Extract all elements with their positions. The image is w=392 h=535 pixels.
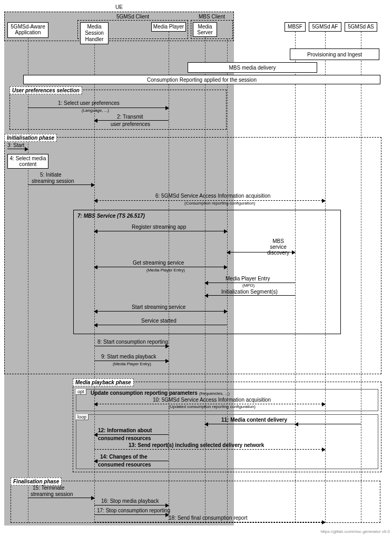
- msg13-label: 13: Send report(s) including selected de…: [129, 442, 264, 448]
- msg9-sub: (Media Player Entry): [113, 362, 151, 366]
- frame-mbs: [73, 210, 341, 334]
- msg11b-line: [295, 424, 361, 424]
- msg-5b: streaming session: [32, 178, 74, 184]
- mpe-label: Media Player Entry: [226, 276, 270, 281]
- loop-tag: loop: [76, 414, 89, 420]
- getss-label: Get streaming service: [133, 260, 184, 266]
- msg16-line: [94, 505, 169, 505]
- init-tag: Initialisation phase: [4, 134, 57, 142]
- ue-label: UE: [4, 4, 234, 10]
- reg-label: Register streaming app: [132, 224, 186, 230]
- mserver-head: Media Server: [193, 22, 217, 37]
- msg-6: 6: 5GMSd Service Access Information acqu…: [155, 193, 270, 199]
- svcstart-line: [94, 325, 227, 325]
- msg-1-sub: (Language, ...): [82, 108, 109, 113]
- msg-2a: 2: Transmit: [117, 114, 143, 120]
- footer: https://gitlab.com/msc-generator v8.0: [320, 529, 390, 534]
- mbs-delivery-bar: MBS media delivery: [188, 62, 317, 73]
- msg17-line: [94, 514, 169, 515]
- reg-line: [94, 231, 227, 231]
- svcstart-label: Service started: [141, 318, 177, 324]
- msg8-label: 8: Start consumption reporting: [97, 339, 168, 345]
- prov-bar: Provisioning and Ingest: [290, 48, 379, 60]
- initseg-label: Initialization Segment(s): [221, 289, 278, 295]
- msg-5a: 5: Initiate: [40, 172, 62, 178]
- msg17-label: 17: Stop consumption reporting: [97, 508, 170, 513]
- msg-3-arrow: [7, 149, 28, 149]
- msg15a: 15: Terminate: [33, 485, 64, 491]
- msg11-label: 11: Media content delivery: [221, 417, 287, 423]
- sequence-diagram: UE 5GMSd Client MBS Client 5GMSd-Aware A…: [0, 0, 392, 535]
- msg-4: 4: Select media content: [7, 154, 48, 169]
- msg13-line: [94, 449, 325, 450]
- mbs-tag: 7: MBS Service (TS 26.517): [77, 213, 145, 219]
- mbs-client-label: MBS Client: [191, 14, 233, 20]
- msg15-line: [28, 498, 94, 498]
- msg14b: consumed resources: [98, 462, 151, 468]
- msg11a-line: [205, 424, 295, 424]
- af-head: 5GMSd AF: [309, 22, 341, 32]
- userpref-tag: User preferences selection: [9, 86, 82, 94]
- msg14-line: [94, 461, 169, 461]
- opt-sub: (frequencies, ...): [199, 391, 230, 396]
- msg8-line: [94, 346, 169, 346]
- mpe-sub: (MPD): [242, 283, 254, 288]
- startss-label: Start streaming service: [132, 304, 185, 310]
- getss-sub: (Media Player Entry): [146, 268, 185, 273]
- as-head: 5GMSd AS: [345, 22, 377, 32]
- msg10-sub: (Updated consumption reporting configura…: [169, 404, 256, 409]
- msg15b: streaming session: [31, 491, 73, 497]
- msg9-line: [94, 361, 169, 361]
- consump-bar: Consumption Reporting applied for the se…: [23, 75, 380, 84]
- msg-5-arrow: [28, 184, 94, 185]
- msg-2b: user preferences: [111, 121, 150, 127]
- msh-head: Media Session Handler: [80, 22, 109, 44]
- msg-6-sub: (Consumption reporting configuration): [184, 201, 255, 206]
- mbs-disc-label: MBS service discovery: [263, 238, 293, 256]
- msg-3: 3: Start: [7, 142, 24, 148]
- msg10-label: 10: 5GMSd Service Access Information acq…: [153, 397, 271, 403]
- client5g-label: 5GMSd Client: [77, 14, 188, 20]
- app-head: 5GMSd-Aware Application: [7, 22, 48, 38]
- initseg-line: [205, 295, 295, 296]
- msg16-label: 16: Stop media playback: [101, 498, 159, 504]
- msg12b: consumed resources: [98, 435, 151, 441]
- playback-tag: Media playback phase: [73, 378, 134, 386]
- startss-line: [94, 311, 227, 312]
- mbsf-head: MBSF: [285, 22, 306, 32]
- msg-2: [94, 120, 169, 121]
- msg18-line: [94, 522, 325, 522]
- msg9-label: 9: Start media playback: [101, 354, 156, 359]
- msg18-label: 18: Send final consumption report: [169, 515, 248, 521]
- mplayer-head: Media Player: [151, 22, 186, 32]
- opt-tag: opt: [76, 389, 86, 395]
- getss-line: [94, 267, 227, 267]
- final-tag: Finalisation phase: [11, 478, 62, 485]
- msg12a: 12: Information about: [98, 427, 152, 433]
- msg14a: 14: Changes of the: [100, 454, 147, 460]
- msg-1-label: 1: Select user preferences: [58, 100, 120, 106]
- msg12-line: [94, 434, 169, 435]
- opt-label: Update consumption reporting parameters: [91, 390, 198, 396]
